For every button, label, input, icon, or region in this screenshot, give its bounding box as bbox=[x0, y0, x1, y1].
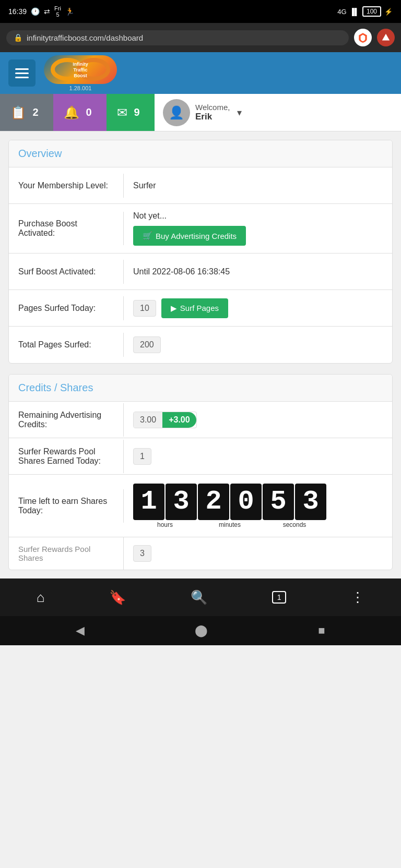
minutes-digits: 2 0 bbox=[198, 484, 262, 520]
shares-earned-value: 1 bbox=[124, 441, 392, 472]
nav-item-notifications[interactable]: 🔔 0 bbox=[53, 94, 107, 131]
nav-more-button[interactable]: ⋮ bbox=[343, 585, 373, 610]
credits-badge: +3.00 bbox=[162, 412, 196, 428]
dropdown-arrow-icon[interactable]: ▾ bbox=[237, 107, 242, 118]
hours-label: hours bbox=[157, 521, 173, 528]
table-row: Total Pages Surfed: 200 bbox=[9, 327, 392, 363]
main-content: Overview Your Membership Level: Surfer P… bbox=[0, 131, 401, 578]
browser-action-icon[interactable] bbox=[377, 29, 395, 46]
battery-level: 100 bbox=[367, 8, 377, 15]
time-left-label: Time left to earn Shares Today: bbox=[9, 489, 124, 523]
tab-count-box: 1 bbox=[272, 591, 287, 604]
day-of-week: Fri 5 bbox=[54, 5, 61, 18]
signal-icon: ▐▌ bbox=[350, 8, 359, 16]
svg-text:Traffic: Traffic bbox=[73, 67, 87, 73]
sync-icon: ⇄ bbox=[44, 7, 50, 16]
total-pages-label: Total Pages Surfed: bbox=[9, 333, 124, 357]
user-text: Welcome, Erik bbox=[195, 103, 230, 122]
activity-icon: 🏃 bbox=[65, 7, 74, 16]
recent-button[interactable]: ■ bbox=[305, 620, 337, 642]
seconds-group: 5 3 seconds bbox=[263, 484, 326, 528]
remaining-credits-value: 3.00 +3.00 bbox=[124, 404, 392, 436]
svg-text:Infinity: Infinity bbox=[73, 62, 88, 67]
minutes-tens: 2 bbox=[198, 484, 229, 520]
pages-surfed-count: 10 bbox=[133, 300, 156, 317]
seconds-tens: 5 bbox=[263, 484, 294, 520]
status-right: 4G ▐▌ 100 ⚡ bbox=[337, 6, 393, 17]
more-icon: ⋮ bbox=[351, 589, 364, 606]
surf-boost-value: Until 2022-08-06 16:38:45 bbox=[124, 260, 392, 284]
svg-text:Boost: Boost bbox=[74, 73, 87, 78]
table-row: Remaining Advertising Credits: 3.00 +3.0… bbox=[9, 402, 392, 438]
nav-bar: 📋 2 🔔 0 ✉ 9 👤 Welcome, Erik ▾ bbox=[0, 94, 401, 131]
user-name: Erik bbox=[195, 112, 230, 122]
purchase-boost-label: Purchase Boost Activated: bbox=[9, 212, 124, 245]
home-button[interactable]: ⬤ bbox=[182, 620, 220, 642]
table-row: Your Membership Level: Surfer bbox=[9, 167, 392, 204]
pool-shares-count: 3 bbox=[133, 545, 151, 562]
credits-amount: 3.00 bbox=[134, 412, 162, 428]
minutes-group: 2 0 minutes bbox=[198, 484, 262, 528]
purchase-boost-value: Not yet... 🛒 Buy Advertising Credits bbox=[124, 204, 392, 253]
table-row: Surf Boost Activated: Until 2022-08-06 1… bbox=[9, 254, 392, 290]
total-pages-count: 200 bbox=[133, 336, 161, 353]
user-profile-area[interactable]: 👤 Welcome, Erik ▾ bbox=[155, 94, 401, 131]
url-text: infinitytrafficboost.com/dashboard bbox=[27, 33, 143, 42]
avatar: 👤 bbox=[163, 99, 190, 126]
notifications-badge: 0 bbox=[81, 106, 96, 118]
hours-digits: 1 3 bbox=[133, 484, 197, 520]
table-row: Pages Surfed Today: 10 ▶ Surf Pages bbox=[9, 290, 392, 327]
notes-icon: 📋 bbox=[10, 105, 26, 120]
notes-badge: 2 bbox=[28, 106, 43, 118]
bookmark-icon: 🔖 bbox=[109, 589, 126, 606]
send-icon: ▶ bbox=[171, 304, 177, 313]
welcome-text: Welcome, bbox=[195, 103, 230, 112]
pages-surfed-label: Pages Surfed Today: bbox=[9, 296, 124, 320]
hamburger-line bbox=[15, 77, 29, 78]
cart-icon: 🛒 bbox=[143, 231, 152, 240]
buy-advertising-credits-button[interactable]: 🛒 Buy Advertising Credits bbox=[133, 226, 246, 246]
membership-value: Surfer bbox=[124, 174, 392, 198]
system-nav: ◀ ⬤ ■ bbox=[0, 616, 401, 645]
surf-boost-label: Surf Boost Activated: bbox=[9, 260, 124, 284]
overview-header: Overview bbox=[9, 140, 392, 167]
seconds-label: seconds bbox=[283, 521, 306, 528]
url-box[interactable]: 🔒 infinitytrafficboost.com/dashboard bbox=[6, 30, 349, 45]
hours-group: 1 3 hours bbox=[133, 484, 197, 528]
back-button[interactable]: ◀ bbox=[63, 620, 97, 642]
hamburger-line bbox=[15, 68, 29, 70]
time-left-value: 1 3 hours 2 0 minutes bbox=[124, 476, 392, 536]
nav-tab-button[interactable]: 1 bbox=[264, 587, 295, 608]
nav-home-button[interactable]: ⌂ bbox=[28, 585, 53, 610]
hamburger-line bbox=[15, 73, 29, 74]
pages-surfed-value: 10 ▶ Surf Pages bbox=[124, 291, 392, 326]
table-row: Time left to earn Shares Today: 1 3 hour… bbox=[9, 475, 392, 537]
total-pages-value: 200 bbox=[124, 329, 392, 360]
nav-search-button[interactable]: 🔍 bbox=[182, 585, 216, 610]
nav-item-notes[interactable]: 📋 2 bbox=[0, 94, 53, 131]
pool-shares-label: Surfer Rewards Pool Shares bbox=[9, 537, 124, 570]
brave-icon[interactable] bbox=[354, 29, 372, 46]
tab-count: 1 bbox=[277, 593, 281, 601]
pool-shares-value: 3 bbox=[124, 538, 392, 569]
minutes-ones: 0 bbox=[230, 484, 262, 520]
battery-box: 100 bbox=[362, 6, 381, 17]
nav-bookmark-button[interactable]: 🔖 bbox=[101, 585, 134, 610]
credits-shares-card: Credits / Shares Remaining Advertising C… bbox=[8, 374, 393, 570]
minutes-label: minutes bbox=[219, 521, 241, 528]
network-type: 4G bbox=[337, 8, 346, 16]
remaining-credits-label: Remaining Advertising Credits: bbox=[9, 403, 124, 437]
overview-card: Overview Your Membership Level: Surfer P… bbox=[8, 140, 393, 364]
lock-icon: 🔒 bbox=[14, 33, 22, 42]
search-icon: 🔍 bbox=[191, 589, 207, 606]
charging-icon: ⚡ bbox=[384, 8, 393, 16]
hours-tens: 1 bbox=[133, 484, 164, 520]
surf-pages-button[interactable]: ▶ Surf Pages bbox=[161, 298, 228, 318]
table-row: Surfer Rewards Pool Shares Earned Today:… bbox=[9, 438, 392, 475]
shares-earned-label: Surfer Rewards Pool Shares Earned Today: bbox=[9, 440, 124, 473]
svg-marker-0 bbox=[382, 34, 390, 41]
browser-bar: 🔒 infinitytrafficboost.com/dashboard bbox=[0, 23, 401, 52]
nav-item-messages[interactable]: ✉ 9 bbox=[107, 94, 155, 131]
hamburger-button[interactable] bbox=[8, 59, 36, 87]
countdown-timer: 1 3 hours 2 0 minutes bbox=[133, 484, 326, 528]
